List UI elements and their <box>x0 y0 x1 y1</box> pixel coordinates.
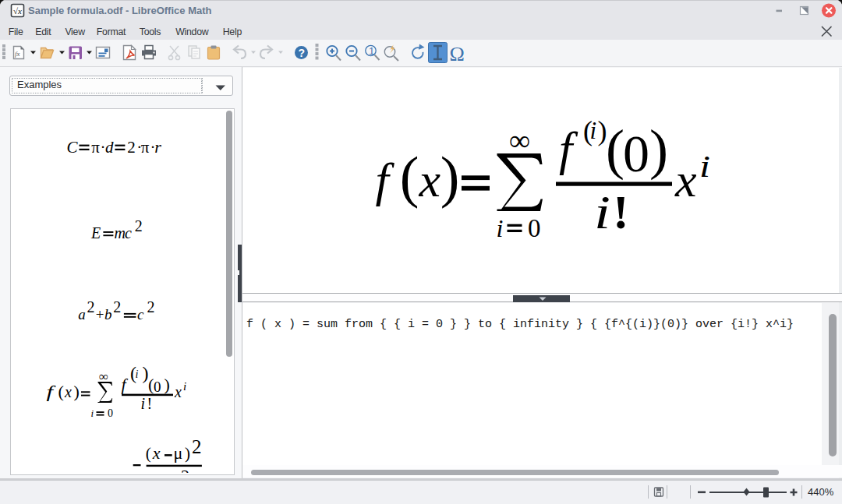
svg-text:f: f <box>47 382 56 401</box>
svg-text:(: ( <box>58 382 64 401</box>
svg-text:i: i <box>136 368 139 380</box>
svg-text:2: 2 <box>113 298 121 315</box>
svg-text:0: 0 <box>528 214 541 242</box>
svg-text:2: 2 <box>147 298 155 315</box>
svg-text:(: ( <box>146 444 151 463</box>
svg-text:∞: ∞ <box>99 369 108 384</box>
svg-text:!: ! <box>147 395 153 412</box>
svg-text:d: d <box>105 138 114 157</box>
svg-text:): ) <box>74 382 80 401</box>
svg-text:√x: √x <box>13 6 22 16</box>
svg-text:?: ? <box>299 47 306 59</box>
svg-text:μ: μ <box>174 443 183 463</box>
svg-text:i: i <box>183 380 186 393</box>
svg-text:c: c <box>137 306 144 322</box>
svg-text:x: x <box>152 443 161 463</box>
svg-text:i: i <box>141 395 146 412</box>
svg-text:): ) <box>440 145 460 209</box>
svg-text:Ω: Ω <box>450 43 465 65</box>
svg-text:x: x <box>64 383 72 400</box>
svg-text:0: 0 <box>108 407 113 419</box>
svg-text:2: 2 <box>127 138 136 157</box>
svg-text:f: f <box>122 375 129 394</box>
svg-text:(: ( <box>606 118 624 181</box>
svg-text:+: + <box>96 306 104 322</box>
svg-text:C: C <box>67 138 79 157</box>
svg-text:): ) <box>165 375 170 394</box>
svg-text:): ) <box>185 444 190 463</box>
svg-text:b: b <box>104 306 112 322</box>
svg-text:0: 0 <box>154 379 161 395</box>
svg-text:!: ! <box>613 185 629 238</box>
svg-text:i: i <box>497 214 504 242</box>
svg-text:x: x <box>419 153 441 206</box>
svg-text:E: E <box>90 224 101 241</box>
svg-text:∞: ∞ <box>509 124 530 157</box>
svg-text:x: x <box>174 383 182 400</box>
svg-text:π: π <box>91 138 100 157</box>
svg-text:2: 2 <box>192 436 202 457</box>
svg-text:f: f <box>376 153 395 206</box>
svg-text:i: i <box>594 185 610 238</box>
svg-text:i: i <box>590 117 597 144</box>
svg-text:2: 2 <box>135 217 143 234</box>
svg-text:i: i <box>699 149 710 184</box>
svg-text:r: r <box>154 137 161 157</box>
svg-text:2: 2 <box>181 466 189 473</box>
svg-text:1: 1 <box>369 45 374 57</box>
svg-text:x: x <box>674 153 697 206</box>
svg-text:m: m <box>115 224 126 241</box>
svg-text:a: a <box>78 306 86 322</box>
svg-text:): ) <box>649 118 668 181</box>
svg-text:f: f <box>559 122 578 175</box>
svg-text:c: c <box>125 224 132 241</box>
svg-text:0: 0 <box>623 124 649 183</box>
svg-text:2: 2 <box>87 298 95 315</box>
svg-text:π: π <box>141 138 150 157</box>
svg-text:i: i <box>91 407 94 419</box>
svg-text:fx: fx <box>15 50 20 58</box>
svg-text:(: ( <box>400 145 419 209</box>
